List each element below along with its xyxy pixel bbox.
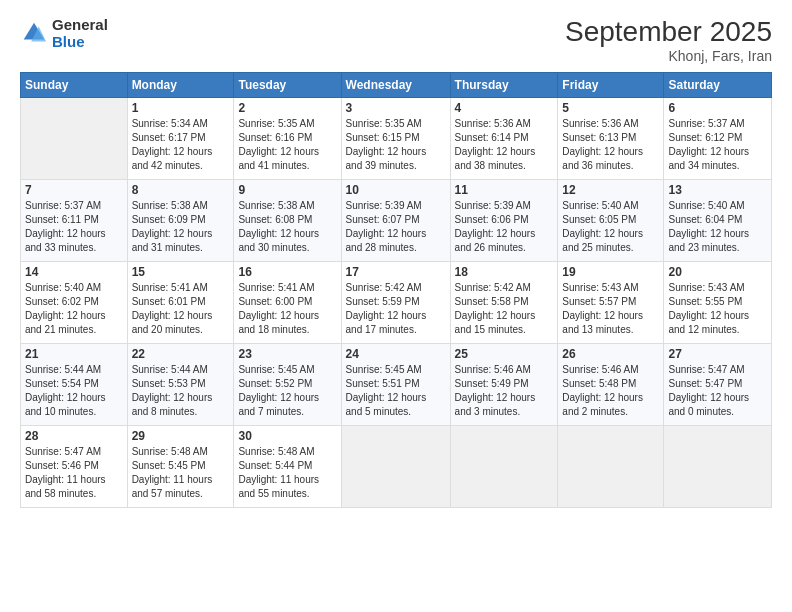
day-number: 26: [562, 347, 659, 361]
day-info: Sunrise: 5:41 AM Sunset: 6:00 PM Dayligh…: [238, 281, 336, 337]
calendar-cell: 20Sunrise: 5:43 AM Sunset: 5:55 PM Dayli…: [664, 262, 772, 344]
day-info: Sunrise: 5:48 AM Sunset: 5:45 PM Dayligh…: [132, 445, 230, 501]
calendar-cell: 26Sunrise: 5:46 AM Sunset: 5:48 PM Dayli…: [558, 344, 664, 426]
day-info: Sunrise: 5:43 AM Sunset: 5:55 PM Dayligh…: [668, 281, 767, 337]
week-row-3: 14Sunrise: 5:40 AM Sunset: 6:02 PM Dayli…: [21, 262, 772, 344]
col-header-friday: Friday: [558, 73, 664, 98]
day-number: 20: [668, 265, 767, 279]
calendar-cell: 3Sunrise: 5:35 AM Sunset: 6:15 PM Daylig…: [341, 98, 450, 180]
calendar-cell: 5Sunrise: 5:36 AM Sunset: 6:13 PM Daylig…: [558, 98, 664, 180]
col-header-thursday: Thursday: [450, 73, 558, 98]
week-row-5: 28Sunrise: 5:47 AM Sunset: 5:46 PM Dayli…: [21, 426, 772, 508]
day-number: 8: [132, 183, 230, 197]
day-number: 1: [132, 101, 230, 115]
day-info: Sunrise: 5:36 AM Sunset: 6:14 PM Dayligh…: [455, 117, 554, 173]
calendar-table: SundayMondayTuesdayWednesdayThursdayFrid…: [20, 72, 772, 508]
day-number: 3: [346, 101, 446, 115]
day-info: Sunrise: 5:45 AM Sunset: 5:52 PM Dayligh…: [238, 363, 336, 419]
calendar-cell: 18Sunrise: 5:42 AM Sunset: 5:58 PM Dayli…: [450, 262, 558, 344]
week-row-2: 7Sunrise: 5:37 AM Sunset: 6:11 PM Daylig…: [21, 180, 772, 262]
day-info: Sunrise: 5:37 AM Sunset: 6:12 PM Dayligh…: [668, 117, 767, 173]
calendar-cell: 6Sunrise: 5:37 AM Sunset: 6:12 PM Daylig…: [664, 98, 772, 180]
day-number: 22: [132, 347, 230, 361]
calendar-cell: 27Sunrise: 5:47 AM Sunset: 5:47 PM Dayli…: [664, 344, 772, 426]
day-info: Sunrise: 5:47 AM Sunset: 5:47 PM Dayligh…: [668, 363, 767, 419]
day-info: Sunrise: 5:44 AM Sunset: 5:53 PM Dayligh…: [132, 363, 230, 419]
calendar-cell: 10Sunrise: 5:39 AM Sunset: 6:07 PM Dayli…: [341, 180, 450, 262]
calendar-cell: 23Sunrise: 5:45 AM Sunset: 5:52 PM Dayli…: [234, 344, 341, 426]
week-row-4: 21Sunrise: 5:44 AM Sunset: 5:54 PM Dayli…: [21, 344, 772, 426]
day-info: Sunrise: 5:38 AM Sunset: 6:09 PM Dayligh…: [132, 199, 230, 255]
day-number: 17: [346, 265, 446, 279]
logo: General Blue: [20, 16, 108, 51]
calendar-cell: [450, 426, 558, 508]
day-info: Sunrise: 5:38 AM Sunset: 6:08 PM Dayligh…: [238, 199, 336, 255]
day-number: 21: [25, 347, 123, 361]
page: General Blue September 2025 Khonj, Fars,…: [0, 0, 792, 612]
day-info: Sunrise: 5:41 AM Sunset: 6:01 PM Dayligh…: [132, 281, 230, 337]
calendar-cell: 29Sunrise: 5:48 AM Sunset: 5:45 PM Dayli…: [127, 426, 234, 508]
day-info: Sunrise: 5:46 AM Sunset: 5:48 PM Dayligh…: [562, 363, 659, 419]
calendar-header-row: SundayMondayTuesdayWednesdayThursdayFrid…: [21, 73, 772, 98]
day-number: 28: [25, 429, 123, 443]
day-info: Sunrise: 5:43 AM Sunset: 5:57 PM Dayligh…: [562, 281, 659, 337]
calendar-cell: 14Sunrise: 5:40 AM Sunset: 6:02 PM Dayli…: [21, 262, 128, 344]
day-info: Sunrise: 5:45 AM Sunset: 5:51 PM Dayligh…: [346, 363, 446, 419]
day-number: 11: [455, 183, 554, 197]
day-info: Sunrise: 5:36 AM Sunset: 6:13 PM Dayligh…: [562, 117, 659, 173]
day-number: 15: [132, 265, 230, 279]
day-number: 14: [25, 265, 123, 279]
col-header-monday: Monday: [127, 73, 234, 98]
day-number: 9: [238, 183, 336, 197]
calendar-cell: 28Sunrise: 5:47 AM Sunset: 5:46 PM Dayli…: [21, 426, 128, 508]
logo-general: General: [52, 16, 108, 33]
calendar-cell: 4Sunrise: 5:36 AM Sunset: 6:14 PM Daylig…: [450, 98, 558, 180]
calendar-cell: [341, 426, 450, 508]
day-info: Sunrise: 5:39 AM Sunset: 6:07 PM Dayligh…: [346, 199, 446, 255]
calendar-cell: 21Sunrise: 5:44 AM Sunset: 5:54 PM Dayli…: [21, 344, 128, 426]
day-info: Sunrise: 5:44 AM Sunset: 5:54 PM Dayligh…: [25, 363, 123, 419]
day-info: Sunrise: 5:40 AM Sunset: 6:04 PM Dayligh…: [668, 199, 767, 255]
day-number: 16: [238, 265, 336, 279]
day-number: 6: [668, 101, 767, 115]
day-info: Sunrise: 5:40 AM Sunset: 6:02 PM Dayligh…: [25, 281, 123, 337]
day-info: Sunrise: 5:40 AM Sunset: 6:05 PM Dayligh…: [562, 199, 659, 255]
col-header-wednesday: Wednesday: [341, 73, 450, 98]
day-number: 24: [346, 347, 446, 361]
day-number: 5: [562, 101, 659, 115]
calendar-cell: 16Sunrise: 5:41 AM Sunset: 6:00 PM Dayli…: [234, 262, 341, 344]
week-row-1: 1Sunrise: 5:34 AM Sunset: 6:17 PM Daylig…: [21, 98, 772, 180]
day-info: Sunrise: 5:48 AM Sunset: 5:44 PM Dayligh…: [238, 445, 336, 501]
calendar-cell: 15Sunrise: 5:41 AM Sunset: 6:01 PM Dayli…: [127, 262, 234, 344]
day-number: 23: [238, 347, 336, 361]
day-info: Sunrise: 5:42 AM Sunset: 5:58 PM Dayligh…: [455, 281, 554, 337]
day-info: Sunrise: 5:37 AM Sunset: 6:11 PM Dayligh…: [25, 199, 123, 255]
col-header-sunday: Sunday: [21, 73, 128, 98]
day-number: 13: [668, 183, 767, 197]
col-header-tuesday: Tuesday: [234, 73, 341, 98]
header: General Blue September 2025 Khonj, Fars,…: [20, 16, 772, 64]
day-number: 12: [562, 183, 659, 197]
calendar-cell: [558, 426, 664, 508]
col-header-saturday: Saturday: [664, 73, 772, 98]
calendar-cell: 9Sunrise: 5:38 AM Sunset: 6:08 PM Daylig…: [234, 180, 341, 262]
calendar-cell: 12Sunrise: 5:40 AM Sunset: 6:05 PM Dayli…: [558, 180, 664, 262]
calendar-cell: 8Sunrise: 5:38 AM Sunset: 6:09 PM Daylig…: [127, 180, 234, 262]
day-number: 10: [346, 183, 446, 197]
calendar-cell: 24Sunrise: 5:45 AM Sunset: 5:51 PM Dayli…: [341, 344, 450, 426]
calendar-cell: 22Sunrise: 5:44 AM Sunset: 5:53 PM Dayli…: [127, 344, 234, 426]
calendar-cell: 1Sunrise: 5:34 AM Sunset: 6:17 PM Daylig…: [127, 98, 234, 180]
calendar-cell: 7Sunrise: 5:37 AM Sunset: 6:11 PM Daylig…: [21, 180, 128, 262]
logo-icon: [20, 19, 48, 47]
calendar-cell: [664, 426, 772, 508]
day-number: 25: [455, 347, 554, 361]
calendar-cell: [21, 98, 128, 180]
calendar-cell: 13Sunrise: 5:40 AM Sunset: 6:04 PM Dayli…: [664, 180, 772, 262]
day-info: Sunrise: 5:47 AM Sunset: 5:46 PM Dayligh…: [25, 445, 123, 501]
calendar-cell: 30Sunrise: 5:48 AM Sunset: 5:44 PM Dayli…: [234, 426, 341, 508]
day-info: Sunrise: 5:35 AM Sunset: 6:15 PM Dayligh…: [346, 117, 446, 173]
month-year: September 2025: [565, 16, 772, 48]
logo-blue: Blue: [52, 33, 85, 50]
calendar-cell: 17Sunrise: 5:42 AM Sunset: 5:59 PM Dayli…: [341, 262, 450, 344]
day-number: 30: [238, 429, 336, 443]
